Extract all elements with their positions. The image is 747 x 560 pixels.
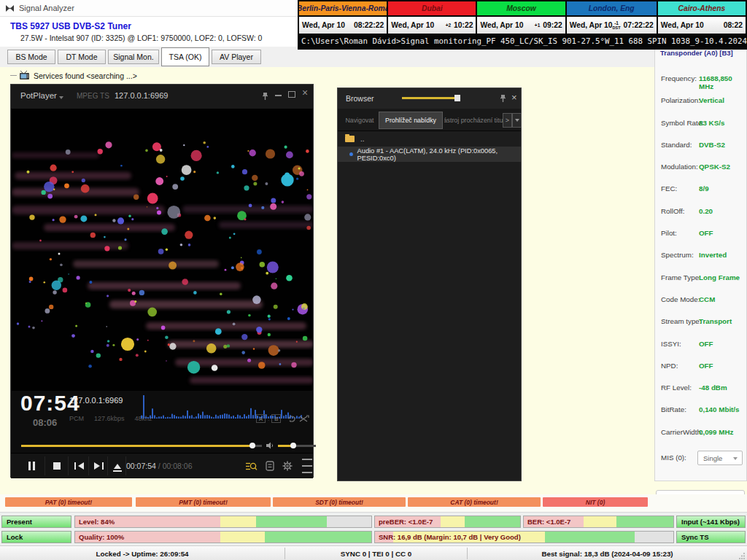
services-status-row: Services found <searching ...>	[10, 71, 137, 80]
potplayer-window: PotPlayer MPEG TS 127.0.0.1:6969 × 07:54…	[10, 84, 314, 478]
total-time-display: 08:06	[33, 417, 57, 428]
menu-button[interactable]	[298, 454, 316, 478]
resize-grip[interactable]	[738, 552, 746, 559]
psi-sdt-bar: SDT (0) timeout!	[273, 497, 406, 507]
loop-icon[interactable]	[287, 415, 297, 423]
tsa-content: Services found <searching ...> PotPlayer…	[0, 67, 747, 494]
best-signal-status: Best signal: 18,3 dB (2024-04-09 15:23)	[468, 546, 747, 560]
ab-repeat-a-button[interactable]: A	[256, 414, 266, 423]
console-command-line[interactable]: C:\Users\Roman Dávid>Signal monitoring_P…	[301, 36, 747, 46]
browser-titlebar[interactable]: Browser ×	[338, 88, 521, 109]
search-broadcast-button[interactable]	[243, 454, 259, 478]
close-icon[interactable]: ×	[511, 92, 517, 103]
tv-icon	[19, 71, 30, 80]
browser-slider-knob[interactable]	[454, 95, 460, 101]
snr-bar: SNR: 16,9 dB (Margin: 10,7 dB | Very Goo…	[374, 531, 674, 543]
tab-tsa[interactable]: TSA (OK)	[161, 47, 209, 66]
codec-info-row: PCM 127.6kbps 48khz	[69, 415, 152, 422]
stop-button[interactable]	[47, 454, 66, 478]
tab-signal-mon[interactable]: Signal Mon.	[108, 50, 159, 64]
quality-bar: Quality: 100%	[74, 531, 372, 543]
clock-city-dubai: Dubai	[388, 1, 476, 15]
param-modulation: Modulation:QPSK-S2	[655, 157, 746, 179]
potplayer-app-menu[interactable]: PotPlayer	[20, 91, 57, 100]
tree-expander[interactable]	[10, 75, 17, 76]
param-bitrate: BitRate:0,140 Mbit/s	[655, 400, 746, 421]
signal-analyzer-app: Signal Analyzer TBS 5927 USB DVB-S2 Tune…	[0, 0, 747, 560]
tab-bs-mode[interactable]: BS Mode	[7, 50, 55, 64]
param-frame-type: Frame Type:Long Frame	[655, 268, 746, 289]
param-standard: Standard:DVB-S2	[655, 135, 746, 157]
minimize-icon[interactable]	[275, 95, 282, 96]
browser-title: Browser	[346, 94, 374, 103]
volume-knob[interactable]	[290, 443, 296, 448]
services-status-text: Services found <searching ...>	[34, 71, 137, 80]
tab-dt-mode[interactable]: DT Mode	[58, 50, 106, 64]
browser-slider[interactable]	[402, 97, 457, 99]
pin-icon[interactable]	[262, 92, 268, 101]
seek-volume-row	[11, 438, 313, 453]
ab-repeat-controls: A : B	[256, 414, 309, 423]
tabs-next-button[interactable]: >	[503, 113, 512, 128]
potplayer-titlebar[interactable]: PotPlayer MPEG TS 127.0.0.1:6969 ×	[11, 85, 313, 109]
tab-menu-browser[interactable]: Prohlížeč nabídky	[379, 112, 443, 129]
now-playing-label: 127.0.0.1:6969	[69, 396, 123, 405]
param-pilot: Pilot:OFF	[655, 223, 746, 245]
seek-knob[interactable]	[249, 443, 255, 448]
maximize-icon[interactable]	[288, 91, 295, 98]
audio-stream-item[interactable]: Audio #1 - AAC(LATM), 24.0 kHz (PID:0x00…	[338, 147, 521, 162]
level-bar: Level: 84%	[74, 516, 372, 528]
param-rf-level: RF Level:-48 dBm	[655, 378, 746, 400]
parent-folder-row[interactable]: ..	[338, 131, 521, 147]
console-overlay: Berlin-Paris-Vienna-Roma Dubai Moscow Lo…	[298, 0, 747, 50]
position-time: 00:07:54	[126, 462, 156, 470]
video-visualization	[12, 109, 313, 391]
clock-city-berlin: Berlin-Paris-Vienna-Roma	[299, 1, 387, 15]
stream-url-label: 127.0.0.1:6969	[115, 91, 168, 100]
psi-status-row: PAT (0) timeout! PMT (0) timeout! SDT (0…	[0, 494, 747, 512]
codec-label: PCM	[69, 415, 84, 422]
chevron-down-icon	[59, 96, 63, 99]
seek-fill	[21, 445, 252, 447]
playlist-button[interactable]	[262, 454, 278, 478]
mis-dropdown[interactable]: Single	[697, 451, 743, 465]
input-indicator: Input (~141 Kbps)	[676, 516, 746, 528]
video-area[interactable]	[12, 109, 313, 391]
transponder-header: Transponder (A0) [B3]	[660, 49, 733, 57]
player-controls: 00:07:54 / 00:08:06	[11, 453, 313, 478]
tuner-name: TBS 5927 USB DVB-S2 Tuner	[10, 21, 131, 31]
tuner-details: 27.5W - Intelsat 907 (ID: 3325) @ LOF1: …	[20, 34, 262, 42]
lock-uptime-status: Locked -> Uptime: 26:09:54	[0, 546, 285, 560]
pause-button[interactable]	[21, 454, 42, 478]
param-symbol-rate: Symbol Rate:83 KS/s	[655, 113, 746, 135]
tab-av-player[interactable]: AV Player	[212, 50, 261, 64]
ab-separator: :	[268, 416, 269, 422]
browser-tabs: Navigovat Prohlížeč nabídky Nástroj proc…	[338, 109, 521, 131]
search-icon	[245, 461, 258, 472]
param-rolloff: RollOff:0.20	[655, 201, 746, 223]
param-code-mode: Code Mode:CCM	[655, 289, 746, 311]
shuffle-icon[interactable]	[299, 415, 309, 423]
eject-button[interactable]	[108, 454, 127, 478]
lock-indicator: Lock	[1, 531, 71, 543]
previous-button[interactable]	[69, 454, 88, 478]
settings-button[interactable]	[279, 454, 295, 478]
speaker-icon[interactable]	[266, 442, 274, 449]
signal-parameter-rows: Frequency:11688,850 MHz Polarization:Ver…	[655, 69, 746, 444]
tab-navigate[interactable]: Navigovat	[341, 112, 378, 129]
param-polarization: Polarization:Vertical	[655, 90, 746, 112]
clock-time-london: Wed, Apr 10-1DST07:22:22	[567, 17, 657, 34]
close-icon[interactable]: ×	[302, 88, 308, 98]
clock-time-dubai: Wed, Apr 10+210:22	[388, 17, 476, 34]
signal-parameters-panel: Transponder (A0) [B3] Frequency:11688,85…	[654, 44, 747, 481]
tabs-dropdown-button[interactable]	[512, 113, 522, 128]
param-stream-type: Stream type:Transport	[655, 311, 746, 333]
clock-time-cairo: Wed, Apr 1008:22	[658, 17, 746, 34]
next-button[interactable]	[89, 454, 108, 478]
pin-icon[interactable]	[500, 94, 506, 103]
folder-label: ..	[360, 135, 365, 143]
tab-title-browser[interactable]: Nástroj procházení titu...	[444, 112, 503, 129]
param-frequency: Frequency:11688,850 MHz	[655, 69, 746, 90]
playlist-icon	[266, 461, 274, 471]
ab-repeat-b-button[interactable]: B	[271, 414, 281, 423]
